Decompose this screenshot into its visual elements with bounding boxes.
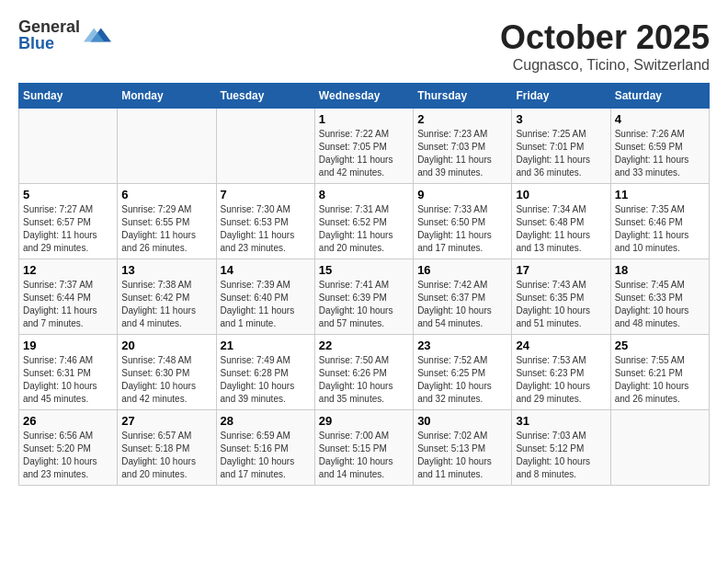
calendar-cell: 31Sunrise: 7:03 AM Sunset: 5:12 PM Dayli… <box>512 410 610 486</box>
day-header-monday: Monday <box>118 84 216 109</box>
day-info: Sunrise: 6:56 AM Sunset: 5:20 PM Dayligh… <box>23 430 113 481</box>
day-number: 14 <box>221 263 311 277</box>
day-number: 19 <box>23 339 113 352</box>
day-number: 2 <box>417 112 507 126</box>
day-info: Sunrise: 7:41 AM Sunset: 6:39 PM Dayligh… <box>319 279 409 330</box>
logo-general-text: General <box>18 18 80 35</box>
logo-icon <box>84 21 111 49</box>
day-number: 9 <box>417 188 507 201</box>
calendar-cell: 28Sunrise: 6:59 AM Sunset: 5:16 PM Dayli… <box>216 410 314 486</box>
day-info: Sunrise: 7:30 AM Sunset: 6:53 PM Dayligh… <box>221 203 311 255</box>
calendar-cell: 20Sunrise: 7:48 AM Sunset: 6:30 PM Dayli… <box>118 335 216 410</box>
calendar-cell: 11Sunrise: 7:35 AM Sunset: 6:46 PM Dayli… <box>610 184 709 259</box>
day-info: Sunrise: 7:31 AM Sunset: 6:52 PM Dayligh… <box>319 203 409 255</box>
day-info: Sunrise: 7:02 AM Sunset: 5:13 PM Dayligh… <box>417 430 507 481</box>
calendar-subtitle: Cugnasco, Ticino, Switzerland <box>500 57 710 74</box>
day-number: 17 <box>516 263 606 277</box>
calendar-cell: 18Sunrise: 7:45 AM Sunset: 6:33 PM Dayli… <box>610 259 709 335</box>
day-info: Sunrise: 6:59 AM Sunset: 5:16 PM Dayligh… <box>221 430 311 481</box>
calendar-cell <box>610 410 709 486</box>
day-info: Sunrise: 7:46 AM Sunset: 6:31 PM Dayligh… <box>23 354 113 406</box>
day-number: 18 <box>615 263 705 277</box>
day-number: 13 <box>121 263 211 277</box>
calendar-cell: 13Sunrise: 7:38 AM Sunset: 6:42 PM Dayli… <box>118 259 216 335</box>
calendar-cell: 24Sunrise: 7:53 AM Sunset: 6:23 PM Dayli… <box>512 335 610 410</box>
day-info: Sunrise: 7:55 AM Sunset: 6:21 PM Dayligh… <box>615 354 705 406</box>
calendar-cell: 16Sunrise: 7:42 AM Sunset: 6:37 PM Dayli… <box>414 259 512 335</box>
calendar-cell: 19Sunrise: 7:46 AM Sunset: 6:31 PM Dayli… <box>19 335 118 410</box>
calendar-header-row: SundayMondayTuesdayWednesdayThursdayFrid… <box>19 84 710 109</box>
calendar-cell: 3Sunrise: 7:25 AM Sunset: 7:01 PM Daylig… <box>512 109 610 184</box>
day-info: Sunrise: 7:39 AM Sunset: 6:40 PM Dayligh… <box>221 279 311 330</box>
calendar-cell: 30Sunrise: 7:02 AM Sunset: 5:13 PM Dayli… <box>414 410 512 486</box>
day-info: Sunrise: 7:38 AM Sunset: 6:42 PM Dayligh… <box>121 279 211 330</box>
calendar-cell: 2Sunrise: 7:23 AM Sunset: 7:03 PM Daylig… <box>414 109 512 184</box>
day-info: Sunrise: 7:49 AM Sunset: 6:28 PM Dayligh… <box>221 354 311 406</box>
day-header-wednesday: Wednesday <box>314 84 413 109</box>
calendar-cell: 15Sunrise: 7:41 AM Sunset: 6:39 PM Dayli… <box>314 259 413 335</box>
day-number: 7 <box>221 188 311 201</box>
day-info: Sunrise: 7:52 AM Sunset: 6:25 PM Dayligh… <box>417 354 507 406</box>
day-number: 20 <box>121 339 211 352</box>
day-info: Sunrise: 7:27 AM Sunset: 6:57 PM Dayligh… <box>23 203 113 255</box>
day-number: 30 <box>417 414 507 428</box>
calendar-cell <box>19 109 118 184</box>
day-info: Sunrise: 7:00 AM Sunset: 5:15 PM Dayligh… <box>319 430 409 481</box>
day-number: 4 <box>615 112 705 126</box>
day-info: Sunrise: 7:53 AM Sunset: 6:23 PM Dayligh… <box>516 354 606 406</box>
day-info: Sunrise: 7:35 AM Sunset: 6:46 PM Dayligh… <box>615 203 705 255</box>
calendar-week-row: 1Sunrise: 7:22 AM Sunset: 7:05 PM Daylig… <box>19 109 710 184</box>
day-number: 15 <box>319 263 409 277</box>
calendar-cell: 14Sunrise: 7:39 AM Sunset: 6:40 PM Dayli… <box>216 259 314 335</box>
day-header-thursday: Thursday <box>414 84 512 109</box>
day-info: Sunrise: 7:03 AM Sunset: 5:12 PM Dayligh… <box>516 430 606 481</box>
day-info: Sunrise: 7:43 AM Sunset: 6:35 PM Dayligh… <box>516 279 606 330</box>
calendar-cell: 10Sunrise: 7:34 AM Sunset: 6:48 PM Dayli… <box>512 184 610 259</box>
calendar-cell: 26Sunrise: 6:56 AM Sunset: 5:20 PM Dayli… <box>19 410 118 486</box>
day-header-friday: Friday <box>512 84 610 109</box>
calendar-table: SundayMondayTuesdayWednesdayThursdayFrid… <box>18 83 710 486</box>
day-info: Sunrise: 7:34 AM Sunset: 6:48 PM Dayligh… <box>516 203 606 255</box>
day-number: 10 <box>516 188 606 201</box>
day-info: Sunrise: 7:50 AM Sunset: 6:26 PM Dayligh… <box>319 354 409 406</box>
calendar-cell: 5Sunrise: 7:27 AM Sunset: 6:57 PM Daylig… <box>19 184 118 259</box>
day-number: 27 <box>121 414 211 428</box>
day-number: 29 <box>319 414 409 428</box>
day-header-tuesday: Tuesday <box>216 84 314 109</box>
calendar-cell <box>216 109 314 184</box>
calendar-cell: 12Sunrise: 7:37 AM Sunset: 6:44 PM Dayli… <box>19 259 118 335</box>
calendar-cell: 4Sunrise: 7:26 AM Sunset: 6:59 PM Daylig… <box>610 109 709 184</box>
day-number: 6 <box>121 188 211 201</box>
calendar-cell: 6Sunrise: 7:29 AM Sunset: 6:55 PM Daylig… <box>118 184 216 259</box>
day-info: Sunrise: 6:57 AM Sunset: 5:18 PM Dayligh… <box>121 430 211 481</box>
day-header-sunday: Sunday <box>19 84 118 109</box>
calendar-cell: 22Sunrise: 7:50 AM Sunset: 6:26 PM Dayli… <box>314 335 413 410</box>
day-info: Sunrise: 7:42 AM Sunset: 6:37 PM Dayligh… <box>417 279 507 330</box>
calendar-week-row: 12Sunrise: 7:37 AM Sunset: 6:44 PM Dayli… <box>19 259 710 335</box>
day-number: 5 <box>23 188 113 201</box>
day-number: 21 <box>221 339 311 352</box>
calendar-cell: 17Sunrise: 7:43 AM Sunset: 6:35 PM Dayli… <box>512 259 610 335</box>
day-info: Sunrise: 7:37 AM Sunset: 6:44 PM Dayligh… <box>23 279 113 330</box>
day-info: Sunrise: 7:48 AM Sunset: 6:30 PM Dayligh… <box>121 354 211 406</box>
day-number: 28 <box>221 414 311 428</box>
calendar-title: October 2025 <box>500 18 710 57</box>
day-number: 25 <box>615 339 705 352</box>
calendar-cell: 7Sunrise: 7:30 AM Sunset: 6:53 PM Daylig… <box>216 184 314 259</box>
day-number: 12 <box>23 263 113 277</box>
calendar-cell: 27Sunrise: 6:57 AM Sunset: 5:18 PM Dayli… <box>118 410 216 486</box>
day-info: Sunrise: 7:26 AM Sunset: 6:59 PM Dayligh… <box>615 128 705 179</box>
day-header-saturday: Saturday <box>610 84 709 109</box>
day-info: Sunrise: 7:22 AM Sunset: 7:05 PM Dayligh… <box>319 128 409 179</box>
logo: General Blue <box>18 18 111 52</box>
calendar-week-row: 5Sunrise: 7:27 AM Sunset: 6:57 PM Daylig… <box>19 184 710 259</box>
calendar-week-row: 26Sunrise: 6:56 AM Sunset: 5:20 PM Dayli… <box>19 410 710 486</box>
day-number: 11 <box>615 188 705 201</box>
day-info: Sunrise: 7:45 AM Sunset: 6:33 PM Dayligh… <box>615 279 705 330</box>
calendar-cell: 1Sunrise: 7:22 AM Sunset: 7:05 PM Daylig… <box>314 109 413 184</box>
day-number: 31 <box>516 414 606 428</box>
logo-blue-text: Blue <box>18 35 80 52</box>
day-info: Sunrise: 7:23 AM Sunset: 7:03 PM Dayligh… <box>417 128 507 179</box>
day-number: 16 <box>417 263 507 277</box>
calendar-cell: 8Sunrise: 7:31 AM Sunset: 6:52 PM Daylig… <box>314 184 413 259</box>
